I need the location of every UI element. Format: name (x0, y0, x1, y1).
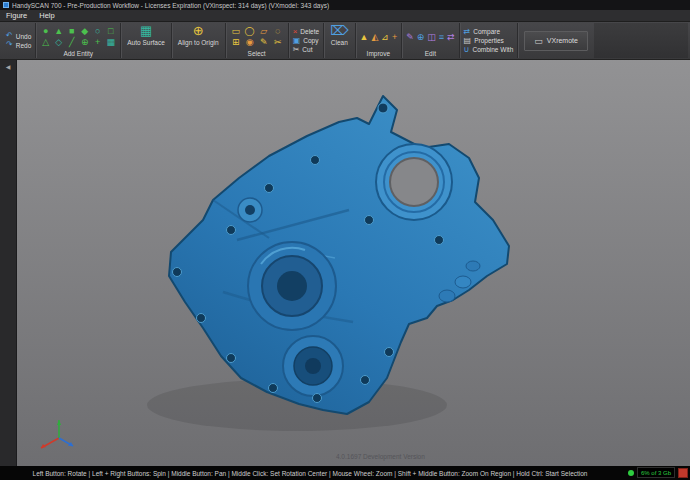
clean-label: Clean (331, 39, 348, 46)
cut-button[interactable]: ✂ Cut (293, 46, 319, 54)
add-entity-icon[interactable]: ◆ (79, 26, 90, 36)
improve-icon[interactable]: ◭ (371, 32, 378, 42)
panel-group: ⇄ Compare ▤ Properties ∪ Combine With (460, 23, 519, 58)
edit-group: ✎ ⊕ ◫ ≡ ⇄ Edit (402, 23, 459, 58)
status-indicators: 6% of 3 Gb (628, 467, 688, 478)
copy-icon: ▣ (293, 37, 301, 45)
clean-button[interactable]: ⌦ Clean (328, 24, 350, 46)
menu-help[interactable]: Help (39, 11, 54, 20)
alert-indicator-icon (678, 468, 688, 478)
improve-icon[interactable]: ▲ (360, 32, 369, 42)
auto-surface-button[interactable]: ▦ Auto Surface (125, 24, 167, 46)
select-icon[interactable]: ⊞ (230, 37, 242, 47)
menu-bar: Figure Help (0, 10, 690, 22)
copy-label: Copy (303, 37, 318, 44)
mouse-hints: Left Button: Rotate | Left + Right Butto… (0, 470, 620, 477)
select-group: ▭ ◯ ▱ ◌ ⊞ ◉ ✎ ✂ Select (226, 23, 289, 58)
undo-button[interactable]: ↶ Undo (6, 32, 31, 40)
redo-icon: ↷ (6, 41, 13, 49)
cut-icon: ✂ (293, 46, 300, 54)
add-entity-group: ● ▲ ■ ◆ ○ □ △ ◇ ╱ ⊕ + ▦ Add Entity (36, 23, 121, 58)
status-ok-icon (628, 470, 634, 476)
redo-button[interactable]: ↷ Redo (6, 41, 31, 49)
edit-icon[interactable]: ◫ (427, 32, 436, 42)
toolbar-spacer (594, 23, 688, 58)
copy-button[interactable]: ▣ Copy (293, 37, 319, 45)
select-icon[interactable]: ▭ (230, 26, 242, 36)
select-icon[interactable]: ◯ (244, 26, 256, 36)
combine-with-label: Combine With (472, 46, 513, 53)
compare-button[interactable]: ⇄ Compare (464, 28, 514, 36)
title-bar: HandySCAN 700 - Pre-Production Workflow … (0, 0, 690, 10)
add-entity-icon[interactable]: + (92, 37, 103, 47)
improve-icon[interactable]: ⊿ (381, 32, 389, 42)
delete-button[interactable]: × Delete (293, 28, 319, 36)
select-icon[interactable]: ✎ (258, 37, 270, 47)
toolbar: ↶ Undo ↷ Redo ● ▲ ■ ◆ ○ □ △ ◇ ╱ ⊕ + ▦ (0, 22, 690, 60)
combine-with-icon: ∪ (464, 46, 470, 54)
select-icon[interactable]: ▱ (258, 26, 270, 36)
window-title: HandySCAN 700 - Pre-Production Workflow … (12, 2, 329, 9)
improve-group: ▲ ◭ ⊿ + Improve (356, 23, 403, 58)
select-icon[interactable]: ✂ (272, 37, 284, 47)
edit-icon[interactable]: ⊕ (417, 32, 425, 42)
vxremote-group: ▭ VXremote (518, 23, 594, 58)
add-entity-icon[interactable]: ⊕ (79, 37, 90, 47)
properties-label: Properties (474, 37, 504, 44)
properties-icon: ▤ (464, 37, 472, 45)
add-entity-icon[interactable]: ● (40, 26, 51, 36)
auto-surface-label: Auto Surface (127, 39, 165, 46)
version-watermark: 4.0.1697 Development Version (336, 453, 425, 460)
add-entity-label: Add Entity (40, 49, 116, 57)
edit-icon[interactable]: ✎ (406, 32, 414, 42)
vxremote-button[interactable]: ▭ VXremote (524, 31, 588, 51)
align-origin-group: ⊕ Align to Origin (172, 23, 226, 58)
redo-label: Redo (16, 42, 32, 49)
vxremote-icon: ▭ (534, 36, 543, 46)
add-entity-icon[interactable]: ○ (92, 26, 103, 36)
improve-label: Improve (360, 49, 398, 57)
panel-collapse-icon[interactable]: ◀ (6, 64, 11, 70)
edit-label: Edit (406, 49, 454, 57)
undo-redo-group: ↶ Undo ↷ Redo (2, 23, 36, 58)
left-panel-collapsed: ◀ (0, 60, 17, 466)
clipboard-group: × Delete ▣ Copy ✂ Cut (289, 23, 324, 58)
compare-label: Compare (473, 28, 500, 35)
select-icon[interactable]: ◌ (272, 26, 284, 36)
viewport-3d[interactable]: 4.0.1697 Development Version (17, 60, 690, 466)
align-to-origin-label: Align to Origin (178, 39, 219, 46)
add-entity-icon[interactable]: □ (105, 26, 116, 36)
combine-with-button[interactable]: ∪ Combine With (464, 46, 514, 54)
scanned-part-model (17, 60, 690, 466)
menu-figure[interactable]: Figure (6, 11, 27, 20)
add-entity-icon[interactable]: ■ (66, 26, 77, 36)
undo-label: Undo (16, 33, 32, 40)
align-to-origin-button[interactable]: ⊕ Align to Origin (176, 24, 221, 46)
axis-triad-icon (37, 416, 83, 452)
select-icon[interactable]: ◉ (244, 37, 256, 47)
properties-button[interactable]: ▤ Properties (464, 37, 514, 45)
main-area: ◀ (0, 60, 690, 466)
cut-label: Cut (302, 46, 312, 53)
edit-icon[interactable]: ⇄ (447, 32, 455, 42)
delete-label: Delete (300, 28, 319, 35)
auto-surface-group: ▦ Auto Surface (121, 23, 172, 58)
status-bar: Left Button: Rotate | Left + Right Butto… (0, 466, 690, 480)
app-window: HandySCAN 700 - Pre-Production Workflow … (0, 0, 690, 480)
add-entity-icon[interactable]: ╱ (66, 37, 77, 47)
add-entity-icon[interactable]: ▦ (105, 37, 116, 47)
select-label: Select (230, 49, 284, 57)
undo-icon: ↶ (6, 32, 13, 40)
add-entity-icon[interactable]: △ (40, 37, 51, 47)
improve-icon[interactable]: + (392, 32, 397, 42)
delete-icon: × (293, 28, 298, 36)
edit-icon[interactable]: ≡ (439, 32, 444, 42)
add-entity-icon[interactable]: ▲ (53, 26, 64, 36)
auto-surface-icon: ▦ (140, 24, 152, 38)
add-entity-icon[interactable]: ◇ (53, 37, 64, 47)
memory-usage: 6% of 3 Gb (637, 467, 675, 478)
vxremote-label: VXremote (547, 37, 578, 44)
clean-group: ⌦ Clean (324, 23, 355, 58)
align-to-origin-icon: ⊕ (193, 24, 204, 38)
clean-icon: ⌦ (330, 24, 348, 38)
